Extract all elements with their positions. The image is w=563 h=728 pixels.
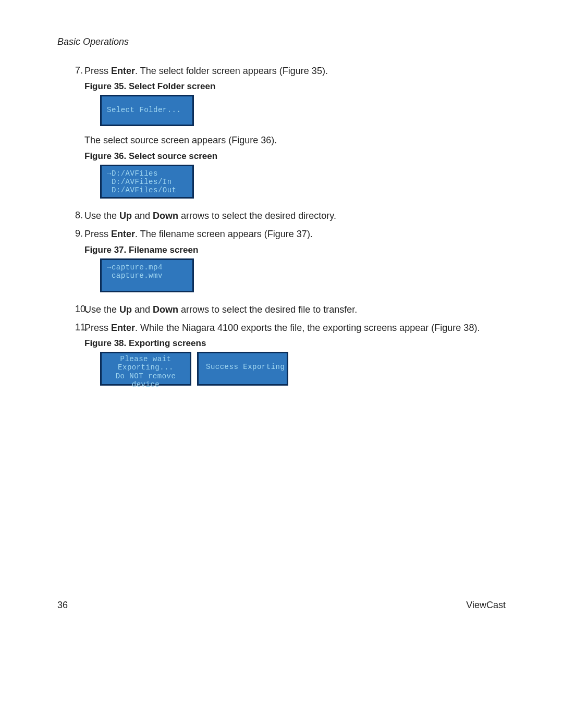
text: . While the Niagara 4100 exports the fil…: [135, 323, 480, 333]
figure-38-caption: Figure 38. Exporting screens: [84, 338, 506, 349]
page-number: 36: [57, 600, 68, 611]
page: Basic Operations 7. Press Enter. The sel…: [0, 0, 563, 728]
lcd-exporting-success: Success Exporting: [197, 352, 288, 386]
brand-name: ViewCast: [466, 600, 506, 611]
key-down: Down: [153, 211, 178, 221]
step-11: 11. Press Enter. While the Niagara 4100 …: [57, 322, 506, 394]
lcd-select-source: →D:/AVFiles D:/AVFiles/In D:/AVFiles/Out: [100, 165, 194, 199]
step-body: Press Enter. While the Niagara 4100 expo…: [82, 322, 506, 394]
text: Use the: [84, 211, 119, 221]
key-enter: Enter: [111, 323, 135, 333]
figure-37-caption: Figure 37. Filename screen: [84, 245, 506, 255]
text: arrows to select the desired directory.: [178, 211, 336, 221]
step-number: 8.: [57, 210, 82, 225]
key-enter: Enter: [111, 66, 135, 76]
text: and: [132, 211, 153, 221]
text: . The select folder screen appears (Figu…: [135, 66, 328, 76]
text: arrows to select the desired file to tra…: [178, 304, 357, 315]
key-up: Up: [119, 211, 132, 221]
lcd-exporting-wait: Please wait Exporting... Do NOT remove d…: [100, 352, 191, 386]
step-9: 9. Press Enter. The filename screen appe…: [57, 228, 506, 300]
step-number: 11.: [57, 322, 82, 394]
text: . The filename screen appears (Figure 37…: [135, 229, 313, 239]
step-body: Press Enter. The select folder screen ap…: [82, 65, 506, 207]
text: Press: [84, 229, 111, 239]
step-number: 7.: [57, 65, 82, 207]
figure-36-caption: Figure 36. Select source screen: [84, 151, 506, 162]
key-up: Up: [119, 304, 132, 315]
step-number: 9.: [57, 228, 82, 300]
text: Press: [84, 323, 111, 333]
step-number: 10.: [57, 304, 82, 319]
text: Press: [84, 66, 111, 76]
lcd-select-folder: Select Folder...: [100, 95, 194, 126]
section-header: Basic Operations: [57, 36, 506, 47]
page-footer: 36 ViewCast: [57, 600, 506, 611]
key-enter: Enter: [111, 229, 135, 239]
text: and: [132, 304, 153, 315]
steps-list: 7. Press Enter. The select folder screen…: [57, 65, 506, 394]
step-body: Use the Up and Down arrows to select the…: [82, 304, 506, 319]
lcd-exporting-row: Please wait Exporting... Do NOT remove d…: [100, 352, 506, 386]
text: The select source screen appears (Figure…: [84, 134, 506, 146]
text: Use the: [84, 304, 119, 315]
step-8: 8. Use the Up and Down arrows to select …: [57, 210, 506, 225]
figure-35-caption: Figure 35. Select Folder screen: [84, 81, 506, 92]
lcd-filename: →capture.mp4 capture.wmv: [100, 258, 194, 292]
step-10: 10. Use the Up and Down arrows to select…: [57, 304, 506, 319]
step-7: 7. Press Enter. The select folder screen…: [57, 65, 506, 207]
step-body: Press Enter. The filename screen appears…: [82, 228, 506, 300]
step-body: Use the Up and Down arrows to select the…: [82, 210, 506, 225]
key-down: Down: [153, 304, 178, 315]
